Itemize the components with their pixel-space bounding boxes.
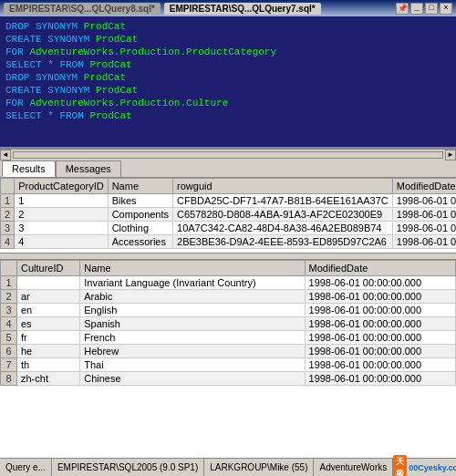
table-cell: Arabic <box>80 290 305 304</box>
table-cell: 8 <box>1 372 17 386</box>
tab-messages[interactable]: Messages <box>56 160 121 177</box>
table-cell: 3 <box>15 222 109 235</box>
table-cell: Accessories <box>108 235 172 249</box>
minimize-button[interactable]: _ <box>410 3 423 15</box>
table-cell: 2 <box>15 208 109 222</box>
table-cell: 1 <box>15 194 109 208</box>
scroll-right-btn[interactable]: ► <box>445 150 456 160</box>
table-cell: 1998-06-01 00:00:00.000 <box>392 194 456 208</box>
maximize-button[interactable]: □ <box>425 3 438 15</box>
grid1-table: ProductCategoryID Name rowguid ModifiedD… <box>0 178 456 249</box>
sql-editor[interactable]: DROP SYNONYM ProdCat CREATE SYNONYM Prod… <box>0 16 456 149</box>
status-db: AdventureWorks <box>314 459 393 476</box>
grid2-col-modifieddate: ModifiedDate <box>305 261 455 276</box>
grid1-col-rownum <box>1 179 15 194</box>
title-tabs: EMPIRESTAR\SQ...QLQuery8.sql* EMPIRESTAR… <box>4 3 321 15</box>
sql-line-1: DROP SYNONYM ProdCat <box>5 20 451 33</box>
table-cell: 1998-06-01 00:00:00.000 <box>392 208 456 222</box>
table-cell: ar <box>17 290 80 304</box>
grid1-col-modifieddate: ModifiedDate <box>392 179 456 194</box>
table-cell: Bikes <box>108 194 172 208</box>
table-cell: fr <box>17 331 80 345</box>
tab-query7[interactable]: EMPIRESTAR\SQ...QLQuery7.sql* <box>164 3 321 15</box>
table-row[interactable]: 2arArabic1998-06-01 00:00:00.000 <box>1 290 456 304</box>
table-cell: 1 <box>1 276 17 290</box>
grid2-col-rownum <box>1 261 17 276</box>
table-cell: 1998-06-01 00:00:00.000 <box>392 235 456 249</box>
grid-separator <box>0 253 456 260</box>
table-cell: CFBDA25C-DF71-47A7-B81B-64EE161AA37C <box>173 194 393 208</box>
table-cell: 3 <box>1 222 15 235</box>
table-cell <box>17 276 80 290</box>
table-cell: 1998-06-01 00:00:00.000 <box>305 290 455 304</box>
table-row[interactable]: 7thThai1998-06-01 00:00:00.000 <box>1 358 456 372</box>
table-row[interactable]: 11BikesCFBDA25C-DF71-47A7-B81B-64EE161AA… <box>1 194 457 208</box>
table-cell: 1 <box>1 194 15 208</box>
table-row[interactable]: 4esSpanish1998-06-01 00:00:00.000 <box>1 317 456 331</box>
status-query: Query e... <box>0 459 52 476</box>
table-cell: 1998-06-01 00:00:00.000 <box>392 222 456 235</box>
table-row[interactable]: 3enEnglish1998-06-01 00:00:00.000 <box>1 304 456 317</box>
table-cell: C6578280-D808-4ABA-91A3-AF2CE02300E9 <box>173 208 393 222</box>
table-cell: 4 <box>15 235 109 249</box>
table-cell: 2 <box>1 290 17 304</box>
table-row[interactable]: 1Invariant Language (Invariant Country)1… <box>1 276 456 290</box>
table-row[interactable]: 8zh-chtChinese1998-06-01 00:00:00.000 <box>1 372 456 386</box>
table-cell: 7 <box>1 358 17 372</box>
table-cell: Spanish <box>80 317 305 331</box>
table-row[interactable]: 6heHebrew1998-06-01 00:00:00.000 <box>1 345 456 358</box>
table-cell: Components <box>108 208 172 222</box>
status-server: EMPIRESTAR\SQL2005 (9.0 SP1) <box>52 459 204 476</box>
table-row[interactable]: 33Clothing10A7C342-CA82-48D4-8A38-46A2EB… <box>1 222 457 235</box>
table-cell: 1998-06-01 00:00:00.000 <box>305 358 455 372</box>
table-row[interactable]: 5frFrench1998-06-01 00:00:00.000 <box>1 331 456 345</box>
table-cell: Clothing <box>108 222 172 235</box>
table-cell: 3 <box>1 304 17 317</box>
tab-results[interactable]: Results <box>2 160 56 177</box>
table-cell: he <box>17 345 80 358</box>
table-cell: 1998-06-01 00:00:00.000 <box>305 331 455 345</box>
sql-line-6: CREATE SYNONYM ProdCat <box>5 84 451 97</box>
pin-button[interactable]: 📌 <box>396 3 409 15</box>
table-cell: 4 <box>1 317 17 331</box>
table-cell: 5 <box>1 331 17 345</box>
status-logo: 天极 00Cyesky.com <box>393 455 456 477</box>
table-cell: es <box>17 317 80 331</box>
table-cell: 4 <box>1 235 15 249</box>
table-cell: th <box>17 358 80 372</box>
status-user: LARKGROUP\Mike (55) <box>204 459 314 476</box>
window-controls: 📌 _ □ × <box>396 3 452 15</box>
grid2: CultureID Name ModifiedDate 1Invariant L… <box>0 260 456 386</box>
table-cell: 1998-06-01 00:00:00.000 <box>305 304 455 317</box>
table-cell: zh-cht <box>17 372 80 386</box>
main-window: EMPIRESTAR\SQ...QLQuery8.sql* EMPIRESTAR… <box>0 0 456 476</box>
table-cell: French <box>80 331 305 345</box>
grid1: ProductCategoryID Name rowguid ModifiedD… <box>0 178 456 249</box>
close-button[interactable]: × <box>440 3 452 15</box>
table-cell: English <box>80 304 305 317</box>
grid1-col-productcategoryid: ProductCategoryID <box>15 179 109 194</box>
editor-hscrollbar[interactable]: ◄ ► <box>0 149 456 160</box>
sql-line-8: SELECT * FROM ProdCat <box>5 109 451 122</box>
table-row[interactable]: 22ComponentsC6578280-D808-4ABA-91A3-AF2C… <box>1 208 457 222</box>
table-cell: Chinese <box>80 372 305 386</box>
logo-text: 00Cyesky.com <box>409 463 456 472</box>
sql-line-2: CREATE SYNONYM ProdCat <box>5 33 451 46</box>
scroll-track[interactable] <box>13 151 443 159</box>
sql-line-7: FOR AdventureWorks.Production.Culture <box>5 97 451 109</box>
table-row[interactable]: 44Accessories2BE3BE36-D9A2-4EEE-8593-ED8… <box>1 235 457 249</box>
table-cell: 10A7C342-CA82-48D4-8A38-46A2EB089B74 <box>173 222 393 235</box>
title-bar: EMPIRESTAR\SQ...QLQuery8.sql* EMPIRESTAR… <box>0 0 456 16</box>
grid1-col-name: Name <box>108 179 172 194</box>
tab-query8[interactable]: EMPIRESTAR\SQ...QLQuery8.sql* <box>4 3 161 15</box>
grid2-col-name: Name <box>80 261 305 276</box>
sql-line-5: DROP SYNONYM ProdCat <box>5 71 451 84</box>
scroll-left-btn[interactable]: ◄ <box>0 150 11 160</box>
table-cell: en <box>17 304 80 317</box>
result-tabs: Results Messages <box>0 160 456 178</box>
table-cell: 1998-06-01 00:00:00.000 <box>305 276 455 290</box>
table-cell: 2BE3BE36-D9A2-4EEE-8593-ED895D97C2A6 <box>173 235 393 249</box>
table-cell: 1998-06-01 00:00:00.000 <box>305 345 455 358</box>
sql-line-4: SELECT * FROM ProdCat <box>5 58 451 71</box>
table-cell: Hebrew <box>80 345 305 358</box>
